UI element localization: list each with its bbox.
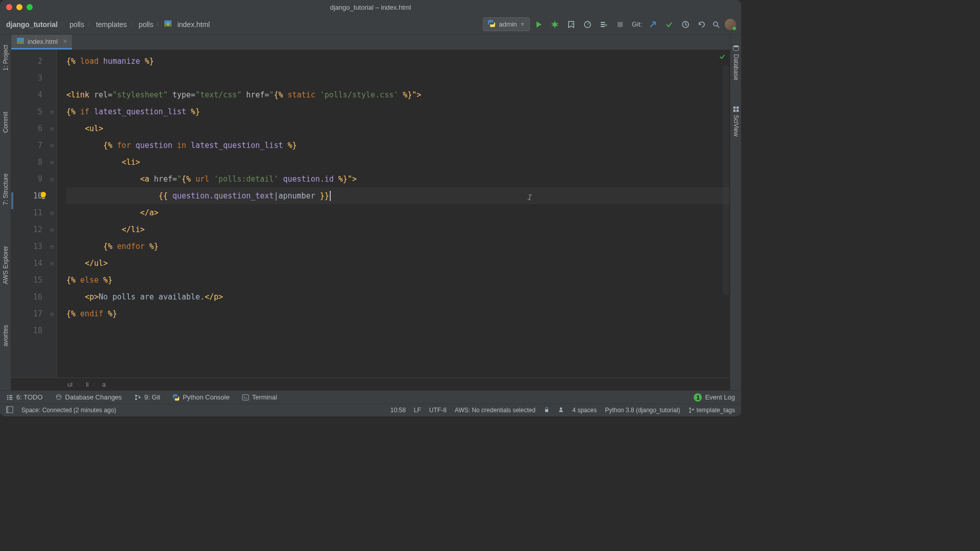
close-tab-button[interactable]: × bbox=[63, 37, 67, 45]
line-number[interactable]: 3 bbox=[11, 69, 57, 86]
inspection-ok-icon[interactable] bbox=[719, 53, 726, 60]
ide-window: django_tutorial – index.html django_tuto… bbox=[0, 0, 741, 416]
breadcrumb-item[interactable]: polls bbox=[138, 19, 155, 30]
aws-status[interactable]: AWS: No credentials selected bbox=[455, 407, 535, 414]
structure-tool-tab[interactable]: 7: Structure bbox=[2, 173, 9, 205]
line-number[interactable]: 2 bbox=[11, 53, 57, 69]
run-config-label: admin bbox=[499, 20, 517, 28]
inspector-icon[interactable] bbox=[558, 407, 564, 414]
breadcrumb-file[interactable]: index.html bbox=[176, 19, 211, 30]
encoding-status[interactable]: UTF-8 bbox=[429, 407, 447, 414]
line-number[interactable]: 12⊟ bbox=[11, 221, 57, 238]
line-number[interactable]: 16 bbox=[11, 288, 57, 305]
user-avatar[interactable] bbox=[725, 19, 736, 30]
project-tool-tab[interactable]: 1: Project bbox=[2, 45, 9, 71]
fold-marker-icon[interactable]: ⊟ bbox=[51, 142, 54, 148]
update-project-button[interactable] bbox=[647, 19, 658, 30]
line-number[interactable]: 13⊟ bbox=[11, 238, 57, 255]
line-number[interactable]: 15 bbox=[11, 271, 57, 288]
text-caret bbox=[330, 191, 331, 201]
stop-button[interactable] bbox=[615, 19, 626, 30]
line-number[interactable]: 14⊟ bbox=[11, 255, 57, 271]
code-editor[interactable]: 2 3 4 5⊟ 6⊟ 7⊟ 8⊟ 9⊟ 10 11⊟ 12⊟ 13⊟ bbox=[11, 50, 730, 378]
breadcrumb-node[interactable]: a bbox=[102, 381, 106, 388]
intention-bulb-icon[interactable] bbox=[39, 191, 48, 201]
python-icon bbox=[487, 19, 496, 29]
clock-status[interactable]: 10:58 bbox=[390, 407, 406, 414]
fold-marker-icon[interactable]: ⊟ bbox=[51, 126, 54, 131]
svg-rect-18 bbox=[736, 110, 738, 112]
debug-button[interactable] bbox=[549, 19, 560, 30]
fold-end-icon[interactable]: ⊟ bbox=[51, 227, 54, 232]
commit-button[interactable] bbox=[664, 19, 675, 30]
line-number[interactable]: 8⊟ bbox=[11, 154, 57, 170]
run-config-selector[interactable]: admin ▼ bbox=[483, 17, 529, 31]
line-number[interactable]: 7⊟ bbox=[11, 137, 57, 154]
line-number[interactable]: 17⊟ bbox=[11, 305, 57, 322]
database-tool-tab[interactable]: Database bbox=[732, 45, 740, 80]
tool-windows-toggle-icon[interactable] bbox=[6, 406, 13, 415]
chevron-right-icon: 〉 bbox=[130, 20, 136, 28]
gutter: 2 3 4 5⊟ 6⊟ 7⊟ 8⊟ 9⊟ 10 11⊟ 12⊟ 13⊟ bbox=[11, 50, 57, 378]
aws-explorer-tool-tab[interactable]: AWS Explorer bbox=[2, 246, 9, 284]
svg-rect-13 bbox=[42, 198, 45, 199]
right-tool-strip: Database SciView bbox=[730, 35, 741, 390]
left-tool-strip: 1: Project Commit 7: Structure AWS Explo… bbox=[0, 35, 11, 390]
svg-point-3 bbox=[553, 22, 557, 27]
editor-scrollbar[interactable] bbox=[723, 65, 729, 295]
chevron-right-icon: 〉 bbox=[156, 20, 162, 28]
commit-tool-tab[interactable]: Commit bbox=[2, 112, 9, 133]
line-number[interactable]: 11⊟ bbox=[11, 204, 57, 221]
window-title: django_tutorial – index.html bbox=[0, 4, 741, 11]
editor-tab-index-html[interactable]: index.html × bbox=[11, 35, 72, 49]
favorites-tool-tab[interactable]: avorites bbox=[2, 325, 9, 346]
todo-tool-button[interactable]: 6: TODO bbox=[6, 393, 43, 401]
breadcrumbs: django_tutorial 〉 polls 〉 templates 〉 po… bbox=[5, 19, 211, 30]
line-number[interactable]: 4 bbox=[11, 86, 57, 103]
main-area: 1: Project Commit 7: Structure AWS Explo… bbox=[0, 35, 741, 390]
history-button[interactable] bbox=[680, 19, 691, 30]
git-tool-button[interactable]: 9: Git bbox=[134, 393, 160, 401]
line-separator-status[interactable]: LF bbox=[414, 407, 421, 414]
breadcrumb-node[interactable]: ul bbox=[67, 381, 72, 388]
git-label: Git: bbox=[632, 20, 642, 28]
fold-end-icon[interactable]: ⊟ bbox=[51, 210, 54, 215]
breadcrumb-node[interactable]: li bbox=[86, 381, 89, 388]
svg-rect-24 bbox=[9, 398, 12, 399]
svg-point-10 bbox=[714, 22, 718, 26]
breadcrumb-item[interactable]: polls bbox=[68, 19, 85, 30]
search-everywhere-button[interactable] bbox=[710, 19, 722, 30]
line-number[interactable]: 5⊟ bbox=[11, 103, 57, 120]
line-number[interactable]: 9⊟ bbox=[11, 170, 57, 187]
fold-marker-icon[interactable]: ⊟ bbox=[51, 109, 54, 114]
db-changes-button[interactable]: Database Changes bbox=[55, 393, 122, 401]
fold-marker-icon[interactable]: ⊟ bbox=[51, 176, 54, 182]
fold-end-icon[interactable]: ⊟ bbox=[51, 260, 54, 266]
fold-marker-icon[interactable]: ⊟ bbox=[51, 159, 54, 165]
chevron-right-icon: 〉 bbox=[93, 381, 98, 388]
more-run-button[interactable] bbox=[598, 19, 609, 30]
code-content[interactable]: {% load humanize %} <link rel="styleshee… bbox=[57, 50, 730, 378]
fold-end-icon[interactable]: ⊟ bbox=[51, 311, 54, 316]
python-console-button[interactable]: Python Console bbox=[173, 393, 230, 401]
event-log-button[interactable]: 1 Event Log bbox=[694, 393, 735, 402]
breadcrumb-project[interactable]: django_tutorial bbox=[5, 19, 59, 30]
terminal-button[interactable]: Terminal bbox=[242, 393, 277, 401]
lock-icon[interactable] bbox=[544, 407, 550, 414]
fold-end-icon[interactable]: ⊟ bbox=[51, 243, 54, 249]
line-number[interactable]: 6⊟ bbox=[11, 120, 57, 137]
line-number[interactable]: 18 bbox=[11, 322, 57, 339]
coverage-button[interactable] bbox=[566, 19, 577, 30]
svg-rect-31 bbox=[7, 406, 9, 412]
chevron-down-icon: ▼ bbox=[520, 21, 525, 27]
profile-button[interactable] bbox=[582, 19, 593, 30]
interpreter-status[interactable]: Python 3.8 (django_tutorial) bbox=[605, 407, 680, 414]
breadcrumb-item[interactable]: templates bbox=[95, 19, 128, 30]
indent-status[interactable]: 4 spaces bbox=[572, 407, 597, 414]
sciview-tool-tab[interactable]: SciView bbox=[732, 106, 740, 136]
git-branch-status[interactable]: template_tags bbox=[689, 407, 735, 414]
space-status[interactable]: Space: Connected (2 minutes ago) bbox=[21, 407, 116, 414]
rollback-button[interactable] bbox=[696, 19, 707, 30]
run-button[interactable] bbox=[533, 19, 544, 30]
line-number[interactable]: 10 bbox=[11, 187, 57, 204]
